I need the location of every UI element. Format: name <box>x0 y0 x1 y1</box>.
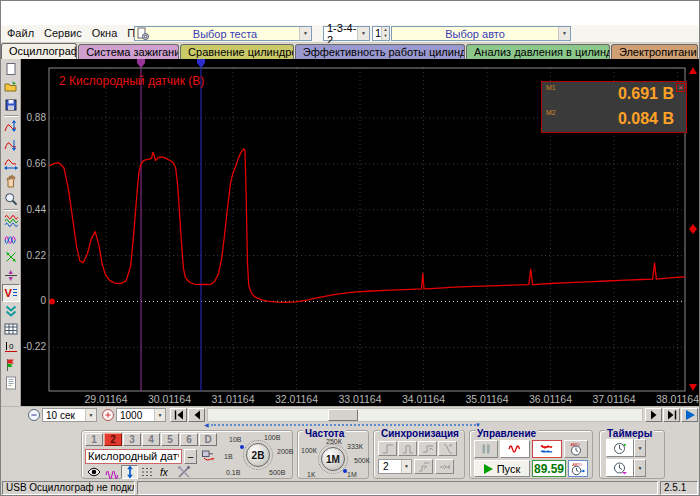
horizontal-scale-icon[interactable] <box>2 154 20 172</box>
open-file-icon[interactable] <box>2 78 20 96</box>
tab-6[interactable]: Электропитание <box>611 44 698 59</box>
tab-1[interactable]: Осциллограф <box>1 43 77 59</box>
tab-4[interactable]: Эффективность работы цилиндров <box>295 44 465 59</box>
tab-3[interactable]: Сравнение цилиндров <box>180 44 294 59</box>
waveform-icon[interactable] <box>103 465 120 479</box>
zero-level-icon[interactable]: 0 <box>2 338 20 356</box>
tab-2[interactable]: Система зажигания <box>78 44 179 59</box>
trigger-pulse-icon[interactable] <box>398 441 417 456</box>
trigger-hand-icon[interactable] <box>438 441 457 456</box>
visibility-icon[interactable] <box>85 465 102 479</box>
overlay-signals-icon[interactable] <box>2 230 20 248</box>
channel-button-5[interactable]: 5 <box>161 433 179 446</box>
report-icon[interactable] <box>2 374 20 392</box>
fx-icon[interactable]: fx <box>157 465 174 479</box>
channel-button-4[interactable]: 4 <box>142 433 160 446</box>
start-button[interactable]: Пуск <box>474 460 530 477</box>
scroll-start-button[interactable] <box>170 408 187 422</box>
zoom-in-icon[interactable] <box>101 408 115 422</box>
trigger-rise-icon[interactable] <box>378 441 397 456</box>
signal-name-input[interactable] <box>85 449 182 464</box>
zoom-icon[interactable] <box>2 190 20 208</box>
control-panel: 123456D – fx 2В 0.1В1В10В100В200В500В Ча… <box>1 428 699 481</box>
channel-button-2[interactable]: 2 <box>104 433 122 446</box>
zoom-out-icon[interactable] <box>27 408 41 422</box>
signals-icon[interactable] <box>2 212 20 230</box>
menubar: ФайлСервисОкнаПомощь Выбор теста ▼ 1-3-4… <box>1 25 699 43</box>
time-scale-combo[interactable]: 10 сек ▼ <box>42 408 97 422</box>
channel-button-1[interactable]: 1 <box>85 433 103 446</box>
close-icon[interactable]: × <box>676 83 685 92</box>
marker-flag-icon[interactable] <box>2 356 20 374</box>
auto-select-combo[interactable]: Выбор авто ▼ <box>391 26 571 41</box>
scroll-end-button[interactable] <box>663 408 680 422</box>
sync-delay-icon[interactable] <box>414 459 433 474</box>
auto-stop-button[interactable]: АВТО <box>564 440 588 458</box>
knob-scale-label: 333К <box>347 443 363 450</box>
test-doc-icon <box>135 27 151 41</box>
trigger-level-icon[interactable] <box>418 441 437 456</box>
cylinder-spinner[interactable]: 1 ▲▼ <box>372 26 390 41</box>
grid-lines-icon[interactable] <box>139 465 156 479</box>
scrollbar-thumb[interactable] <box>328 409 358 421</box>
table-icon[interactable] <box>2 320 20 338</box>
firing-order-combo[interactable]: 1-3-4-2 ▼ <box>323 26 370 41</box>
measurements-icon[interactable]: V <box>2 284 20 302</box>
sync-channel-select[interactable]: 2 ▼ <box>378 459 412 474</box>
scroll-play-button[interactable] <box>681 408 698 422</box>
sync-bottom-row: 2 ▼ <box>378 459 454 474</box>
vertical-arrows-icon[interactable] <box>121 465 138 479</box>
signal-color-button[interactable]: – <box>184 449 197 464</box>
menu-item[interactable]: Сервис <box>44 27 82 39</box>
frequency-knob[interactable]: 1М 1К100К250К333К500К1М <box>301 438 367 479</box>
signal-trace <box>49 149 685 303</box>
collapse-signals-icon[interactable] <box>2 302 20 320</box>
cursor-handle-m2[interactable] <box>197 59 205 68</box>
align-signals-icon[interactable] <box>2 248 20 266</box>
channel-button-D[interactable]: D <box>199 433 217 446</box>
voltage-range-knob[interactable]: 2В 0.1В1В10В100В200В500В <box>222 433 292 478</box>
scale-marker-top-icon[interactable] <box>689 67 697 74</box>
sync-expand-icon[interactable] <box>435 459 454 474</box>
tools-icon[interactable] <box>175 465 192 479</box>
save-icon[interactable] <box>2 96 20 114</box>
scroll-back-button[interactable] <box>188 408 205 422</box>
probe-icon[interactable] <box>199 448 217 464</box>
auto-shift-button[interactable]: АВТО <box>568 460 588 477</box>
channel-button-3[interactable]: 3 <box>123 433 141 446</box>
cursor-handle-m1[interactable] <box>137 59 145 68</box>
timer-dropdown-button[interactable]: ▼ <box>634 439 646 457</box>
test-select-combo[interactable]: Выбор теста ▼ <box>134 26 312 41</box>
group-title: Синхронизация <box>379 429 461 439</box>
noise-mode-button[interactable] <box>532 440 562 458</box>
svg-text:0: 0 <box>9 342 14 351</box>
timer-record-icon[interactable] <box>606 459 634 477</box>
points-scale-combo[interactable]: 1000 ▼ <box>116 408 166 422</box>
channel-button-6[interactable]: 6 <box>180 433 198 446</box>
y-tick-label: 0.88 <box>27 112 47 123</box>
knob-scale-label: 1М <box>347 471 357 478</box>
time-scale-value: 10 сек <box>43 410 85 421</box>
tab-5[interactable]: Анализ давления в цилиндре <box>466 44 610 59</box>
zero-level-marker[interactable] <box>49 298 55 304</box>
timer-dropdown-button[interactable]: ▼ <box>634 459 646 477</box>
level-cursors-icon[interactable] <box>2 266 20 284</box>
pause-button[interactable] <box>474 440 498 458</box>
measurement-box: М1 0.691 В М2 0.084 В × <box>541 81 687 133</box>
timer-play-icon[interactable] <box>606 439 634 457</box>
svg-text:V: V <box>4 287 12 299</box>
autoscale-icon[interactable] <box>2 118 20 136</box>
spinner-down-icon[interactable]: ▼ <box>382 33 389 39</box>
scrollbar-track[interactable] <box>207 408 643 422</box>
knob-scale-label: 250К <box>326 438 342 445</box>
new-file-icon[interactable] <box>2 60 20 78</box>
menu-item[interactable]: Окна <box>92 27 118 39</box>
vertical-scale-icon[interactable] <box>2 136 20 154</box>
menu-item[interactable]: Файл <box>7 27 34 39</box>
knob-scale-label: 200В <box>277 448 293 455</box>
generator-button[interactable] <box>500 440 530 458</box>
pan-hand-icon[interactable] <box>2 172 20 190</box>
scale-marker-bottom-icon[interactable] <box>689 384 697 391</box>
scroll-forward-button[interactable] <box>645 408 662 422</box>
trace-level-marker-icon[interactable] <box>689 224 697 234</box>
